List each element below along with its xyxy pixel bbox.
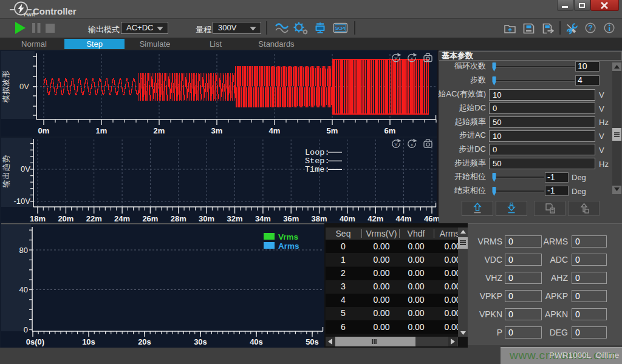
svg-text:5m: 5m	[327, 126, 338, 135]
svg-text:模拟波形: 模拟波形	[2, 70, 10, 103]
svg-text:6m: 6m	[384, 126, 396, 135]
svg-text:40m: 40m	[340, 214, 355, 221]
svg-text:42m: 42m	[367, 214, 383, 221]
svg-text:?: ?	[588, 24, 592, 32]
svg-text:0V: 0V	[19, 82, 29, 91]
svg-text:Arms: Arms	[278, 241, 299, 251]
svg-text:0m: 0m	[38, 126, 50, 135]
svg-text:Loop:: Loop:	[305, 148, 330, 157]
svg-text:28m: 28m	[171, 214, 186, 221]
svg-text:10s: 10s	[82, 337, 95, 346]
svg-text:SCPI: SCPI	[335, 25, 346, 31]
svg-text:44m: 44m	[396, 214, 412, 221]
svg-text:Step:: Step:	[305, 157, 330, 166]
svg-text:34m: 34m	[255, 214, 271, 221]
svg-text:-10V: -10V	[14, 197, 31, 206]
svg-text:Time:: Time:	[305, 165, 330, 174]
svg-text:2m: 2m	[154, 126, 165, 135]
svg-text:24m: 24m	[114, 214, 130, 221]
svg-text:30s: 30s	[194, 337, 207, 346]
svg-text:32m: 32m	[227, 214, 242, 221]
svg-text:38m: 38m	[312, 214, 327, 221]
svg-text:26m: 26m	[142, 214, 158, 221]
svg-text:36m: 36m	[283, 214, 299, 221]
svg-text:22m: 22m	[86, 214, 102, 221]
svg-text:46m: 46m	[424, 214, 440, 221]
svg-text:1m: 1m	[96, 126, 108, 135]
svg-text:0V: 0V	[21, 164, 30, 174]
svg-text:3m: 3m	[211, 126, 223, 135]
svg-text:18m: 18m	[30, 214, 46, 221]
svg-text:40: 40	[19, 285, 28, 294]
svg-text:20s: 20s	[138, 337, 151, 346]
svg-text:20m: 20m	[58, 214, 73, 221]
svg-text:40s: 40s	[250, 337, 263, 346]
svg-text:30m: 30m	[199, 214, 214, 221]
svg-text:80: 80	[19, 246, 28, 255]
svg-text:0s(0): 0s(0)	[26, 337, 44, 346]
svg-text:0: 0	[24, 325, 28, 334]
svg-text:输出趋势: 输出趋势	[2, 155, 10, 187]
svg-text:Vrms: Vrms	[278, 232, 298, 241]
svg-text:4m: 4m	[269, 126, 281, 135]
svg-text:50s: 50s	[306, 337, 319, 346]
